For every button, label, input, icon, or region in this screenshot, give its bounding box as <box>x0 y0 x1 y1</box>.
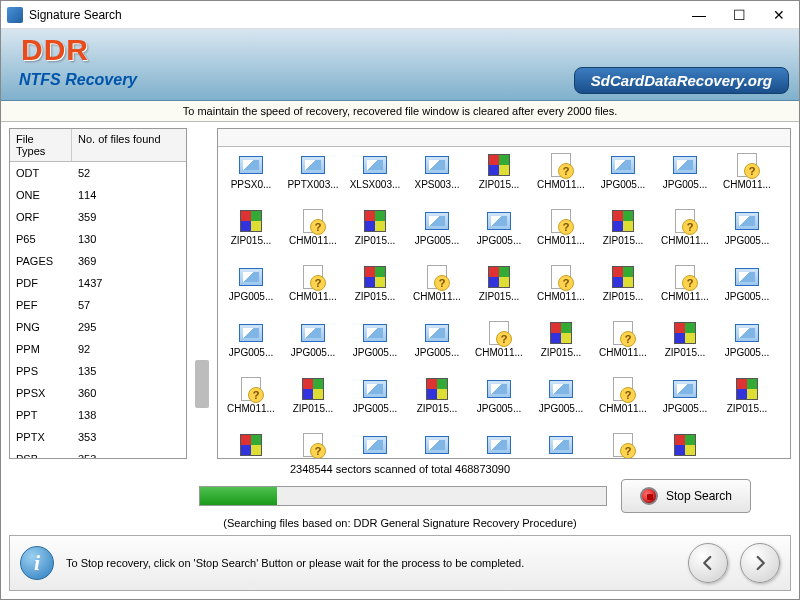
file-item[interactable]: ZIP015... <box>344 207 406 263</box>
file-item[interactable]: JPG005... <box>716 207 778 263</box>
file-item[interactable]: ZIP015... <box>530 319 592 375</box>
app-icon <box>7 7 23 23</box>
file-item[interactable]: ZIP015... <box>406 375 468 431</box>
file-item[interactable]: JPG005... <box>716 319 778 375</box>
file-type-row[interactable]: PPTX353 <box>10 426 186 448</box>
scrollbar-thumb[interactable] <box>195 360 209 408</box>
file-item[interactable]: CHM011... <box>468 319 530 375</box>
file-item[interactable]: CHM011... <box>592 431 654 459</box>
file-item[interactable]: JPG005... <box>468 431 530 459</box>
file-type-row[interactable]: PPSX360 <box>10 382 186 404</box>
file-type-row[interactable]: PSB353 <box>10 448 186 458</box>
file-item[interactable]: CHM011... <box>654 263 716 319</box>
file-item[interactable]: ZIP015... <box>220 207 282 263</box>
file-item[interactable]: JPG005... <box>406 319 468 375</box>
maximize-button[interactable]: ☐ <box>719 1 759 29</box>
file-icon <box>423 209 451 233</box>
file-type-row[interactable]: PNG295 <box>10 316 186 338</box>
file-label: JPG005... <box>408 347 466 358</box>
file-item[interactable]: ZIP015... <box>220 431 282 459</box>
file-type: PNG <box>10 321 72 333</box>
file-type-row[interactable]: PPS135 <box>10 360 186 382</box>
file-item[interactable]: ZIP015... <box>468 263 530 319</box>
file-item[interactable]: JPG005... <box>220 319 282 375</box>
file-item[interactable]: CHM011... <box>592 319 654 375</box>
file-item[interactable]: ZIP015... <box>716 375 778 431</box>
file-item[interactable]: ZIP015... <box>592 207 654 263</box>
file-item[interactable]: JPG005... <box>344 375 406 431</box>
file-item[interactable]: CHM011... <box>592 375 654 431</box>
file-item[interactable]: CHM011... <box>282 431 344 459</box>
file-label: ZIP015... <box>284 403 342 414</box>
file-type-row[interactable]: PPT138 <box>10 404 186 426</box>
file-label: CHM011... <box>656 235 714 246</box>
file-type-row[interactable]: PPM92 <box>10 338 186 360</box>
file-item[interactable]: JPG005... <box>530 375 592 431</box>
file-icon <box>299 433 327 457</box>
file-item[interactable]: ZIP015... <box>592 263 654 319</box>
file-item[interactable]: CHM011... <box>406 263 468 319</box>
file-item[interactable]: ZIP015... <box>654 431 716 459</box>
file-type-row[interactable]: ORF359 <box>10 206 186 228</box>
file-item[interactable]: PPTX003... <box>282 151 344 207</box>
file-item[interactable]: JPG005... <box>468 207 530 263</box>
file-item[interactable]: ZIP015... <box>282 375 344 431</box>
file-item[interactable]: JPG005... <box>716 263 778 319</box>
file-item[interactable]: JPG005... <box>654 151 716 207</box>
file-item[interactable]: CHM011... <box>530 151 592 207</box>
file-item[interactable]: CHM011... <box>282 207 344 263</box>
next-button[interactable] <box>740 543 780 583</box>
file-type-row[interactable]: ODT52 <box>10 162 186 184</box>
close-button[interactable]: ✕ <box>759 1 799 29</box>
file-item[interactable]: ZIP015... <box>654 319 716 375</box>
file-item[interactable]: XPS003... <box>406 151 468 207</box>
file-item[interactable]: CHM011... <box>716 151 778 207</box>
file-item[interactable]: CHM011... <box>654 207 716 263</box>
file-item[interactable]: CHM011... <box>220 375 282 431</box>
recovery-mode-label: NTFS Recovery <box>19 71 137 89</box>
file-item[interactable]: JPG005... <box>344 431 406 459</box>
file-item[interactable]: JPG005... <box>654 375 716 431</box>
file-item[interactable]: JPG005... <box>282 319 344 375</box>
file-item[interactable]: PPSX0... <box>220 151 282 207</box>
file-count: 135 <box>72 365 102 377</box>
file-label: CHM011... <box>718 179 776 190</box>
file-item[interactable]: JPG005... <box>220 263 282 319</box>
back-button[interactable] <box>688 543 728 583</box>
file-type-row[interactable]: P65130 <box>10 228 186 250</box>
file-item[interactable]: CHM011... <box>530 207 592 263</box>
file-icon <box>299 377 327 401</box>
panel-scrollbar[interactable] <box>193 128 211 459</box>
file-item[interactable]: JPG005... <box>468 375 530 431</box>
file-type-row[interactable]: ONE114 <box>10 184 186 206</box>
file-types-header: File Types No. of files found <box>10 129 186 162</box>
file-item[interactable]: ZIP015... <box>468 151 530 207</box>
file-item[interactable]: CHM011... <box>282 263 344 319</box>
file-type-row[interactable]: PDF1437 <box>10 272 186 294</box>
col-file-types[interactable]: File Types <box>10 129 72 161</box>
file-icon <box>361 209 389 233</box>
file-icon <box>671 265 699 289</box>
file-type: ODT <box>10 167 72 179</box>
col-files-found[interactable]: No. of files found <box>72 129 186 161</box>
file-types-list[interactable]: ODT52ONE114ORF359P65130PAGES369PDF1437PE… <box>10 162 186 458</box>
file-item[interactable]: JPG005... <box>530 431 592 459</box>
file-item[interactable]: CHM011... <box>530 263 592 319</box>
file-item[interactable]: ZIP015... <box>344 263 406 319</box>
file-type-row[interactable]: PEF57 <box>10 294 186 316</box>
file-grid[interactable]: PPSX0...PPTX003...XLSX003...XPS003...ZIP… <box>218 147 790 459</box>
minimize-button[interactable]: — <box>679 1 719 29</box>
file-item[interactable]: JPG005... <box>344 319 406 375</box>
file-type-row[interactable]: PAGES369 <box>10 250 186 272</box>
file-type: ORF <box>10 211 72 223</box>
file-count: 52 <box>72 167 96 179</box>
file-item[interactable]: JPG005... <box>406 431 468 459</box>
file-item[interactable]: JPG005... <box>406 207 468 263</box>
file-count: 57 <box>72 299 96 311</box>
file-item[interactable]: XLSX003... <box>344 151 406 207</box>
brand-logo: DDR <box>21 33 89 67</box>
file-count: 295 <box>72 321 102 333</box>
stop-search-button[interactable]: Stop Search <box>621 479 751 513</box>
file-item[interactable]: JPG005... <box>592 151 654 207</box>
file-label: XPS003... <box>408 179 466 190</box>
